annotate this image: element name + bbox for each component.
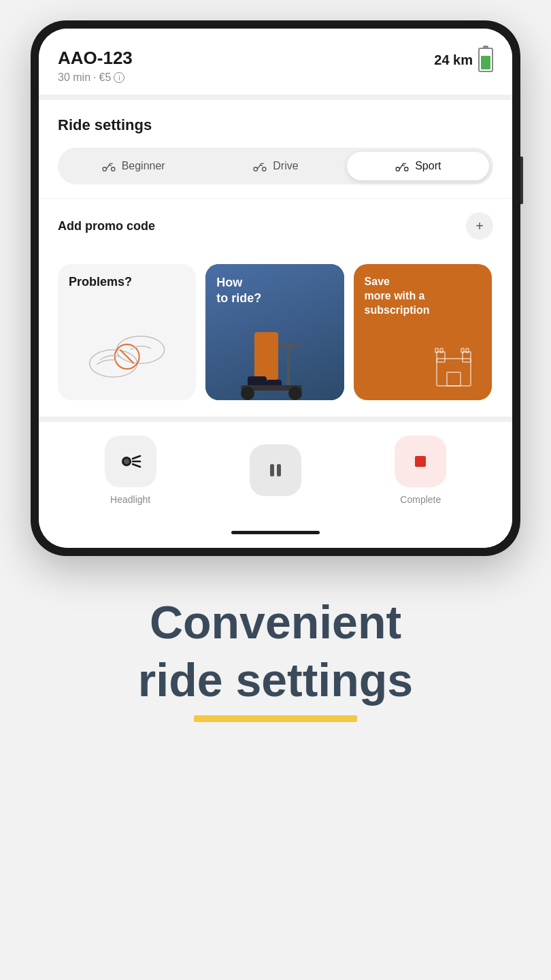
screen-content: AAO-123 30 min · €5 i 24 km [39,29,512,548]
battery-section: 24 km [434,48,493,72]
svg-rect-31 [270,464,274,476]
mode-drive[interactable]: Drive [204,152,346,180]
big-title-line1: Convenient [150,597,401,648]
svg-point-6 [90,350,137,377]
card-problems-art [69,289,185,389]
battery-fill [481,56,490,69]
castle-icon [427,335,481,389]
svg-line-28 [133,456,140,459]
svg-point-3 [263,167,266,171]
plus-icon: + [475,218,484,234]
svg-point-14 [241,387,254,400]
card-how-title: Howto ride? [216,276,261,305]
top-bar: AAO-123 30 min · €5 i 24 km [39,29,512,95]
svg-point-7 [117,336,165,363]
mode-sport-label: Sport [415,160,441,172]
divider-1 [39,95,512,100]
pause-button[interactable] [250,444,301,496]
complete-action: Complete [395,436,446,505]
vehicle-info: AAO-123 30 min · €5 i [58,48,133,84]
card-save-art [365,317,481,389]
person-scooter-svg [234,291,316,400]
svg-rect-21 [447,372,461,386]
info-icon[interactable]: i [114,72,124,83]
add-promo-button[interactable]: + [466,212,493,240]
mode-drive-label: Drive [273,160,298,172]
card-problems[interactable]: Problems? [58,264,196,400]
card-save[interactable]: Savemore with asubscription [354,264,492,400]
separator: · [93,71,96,84]
svg-point-1 [111,167,114,171]
svg-point-4 [396,167,399,171]
scooter-icon-sport [395,161,410,172]
scooter-icon-drive [252,161,267,172]
svg-rect-22 [435,348,438,353]
side-button [520,157,523,204]
vehicle-id: AAO-123 [58,48,133,69]
svg-rect-10 [254,332,278,380]
headlight-label: Headlight [110,494,150,505]
mode-sport[interactable]: Sport [347,152,489,180]
action-bar: Headlight C [39,416,512,525]
promo-title: Add promo code [58,219,155,233]
km-display: 24 km [434,52,473,68]
home-bar [231,531,320,534]
phone-screen: AAO-123 30 min · €5 i 24 km [39,29,512,548]
headlight-button[interactable] [105,436,156,487]
svg-rect-20 [463,352,471,362]
ride-settings-section: Ride settings Beginner [39,100,512,198]
svg-rect-19 [437,352,445,362]
card-save-title: Savemore with asubscription [365,275,481,317]
home-indicator [39,525,512,548]
yellow-underline [194,715,357,722]
svg-rect-33 [415,456,426,467]
bottom-text-section: Convenient ride settings [0,556,551,763]
svg-point-2 [254,167,257,171]
stop-icon [411,452,430,471]
ride-settings-title: Ride settings [58,116,493,134]
mode-beginner-label: Beginner [122,160,165,172]
svg-point-0 [103,167,106,171]
scooter-icon-beginner [101,161,116,172]
svg-point-5 [405,167,408,171]
svg-point-15 [288,387,302,400]
big-title-line2: ride settings [138,655,413,706]
duration: 30 min [58,71,90,84]
pause-action [250,444,301,496]
mode-selector: Beginner Drive [58,148,493,184]
headlight-icon [120,453,141,470]
svg-rect-25 [466,348,469,353]
promo-section: Add promo code + [39,198,512,253]
price: €5 [99,71,111,84]
card-how[interactable]: Howto ride? [205,264,344,400]
svg-point-27 [124,459,129,464]
svg-rect-24 [461,348,464,353]
headlight-action: Headlight [105,436,156,505]
complete-button[interactable] [395,436,446,487]
svg-line-30 [133,464,140,467]
card-how-content: Howto ride? [216,275,261,307]
card-problems-title: Problems? [69,275,185,289]
phone-frame: AAO-123 30 min · €5 i 24 km [31,20,520,556]
mode-beginner[interactable]: Beginner [62,152,204,180]
complete-label: Complete [400,494,441,505]
pause-icon [266,461,285,480]
svg-rect-32 [277,464,281,476]
cards-section: Problems? [39,253,512,416]
svg-rect-23 [440,348,443,353]
vehicle-details: 30 min · €5 i [58,71,133,84]
problems-illustration [69,316,185,384]
battery-icon [478,48,493,72]
